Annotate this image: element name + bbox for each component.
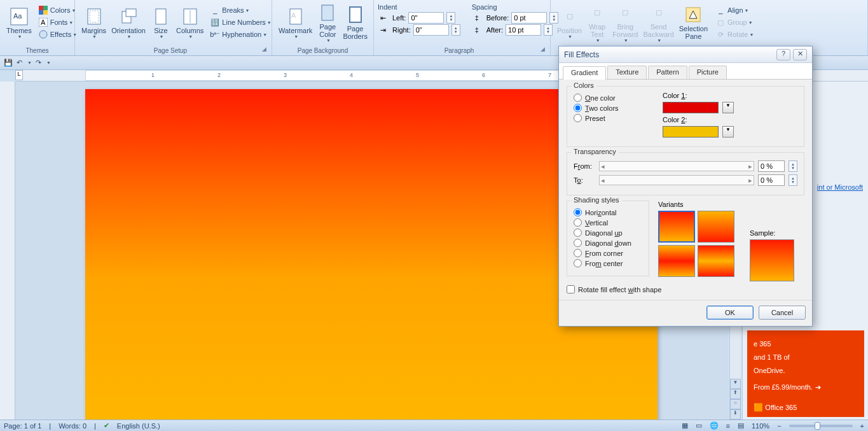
- undo-icon[interactable]: ↶: [17, 59, 22, 67]
- tab-gradient[interactable]: Gradient: [563, 66, 606, 80]
- save-icon[interactable]: 💾: [4, 59, 13, 67]
- theme-colors-button[interactable]: Colors▼: [37, 4, 78, 16]
- send-backward-button: ▢Send Backward▼: [640, 1, 676, 44]
- rotate-fill-checkbox[interactable]: Rotate fill effect with shape: [567, 285, 804, 293]
- radio-one-color[interactable]: One color: [574, 94, 652, 102]
- spinner-icon[interactable]: ▲▼: [789, 160, 797, 172]
- view-draft-icon[interactable]: ▤: [738, 421, 744, 430]
- page-color-button[interactable]: Page Color▼: [315, 1, 340, 44]
- indent-right-icon: ⇥: [378, 25, 388, 35]
- color2-dropdown-icon[interactable]: ▼: [722, 126, 734, 138]
- transparency-to-slider[interactable]: ◂▸: [599, 175, 754, 185]
- view-web-icon[interactable]: 🌐: [710, 421, 719, 430]
- spacing-before-input[interactable]: [511, 12, 547, 24]
- variant-4[interactable]: [698, 245, 734, 277]
- page-borders-button[interactable]: Page Borders: [340, 3, 370, 41]
- theme-fonts-button[interactable]: AFonts▼: [37, 17, 78, 28]
- paragraph-launcher-icon[interactable]: ◢: [541, 46, 546, 54]
- position-button: ▢Position▼: [555, 5, 584, 40]
- svg-point-8: [39, 31, 47, 38]
- radio-from-corner[interactable]: From corner: [574, 249, 642, 257]
- spinner-icon[interactable]: ▲▼: [451, 24, 460, 36]
- zoom-slider[interactable]: [789, 425, 853, 427]
- svg-rect-9: [88, 9, 100, 24]
- shading-groupbox: Shading styles Horizontal Vertical Diago…: [567, 201, 649, 276]
- dialog-tabs: Gradient Texture Pattern Picture: [559, 63, 812, 80]
- dialog-close-icon[interactable]: ✕: [793, 49, 807, 60]
- rotate-button: ⟳Rotate▼: [714, 29, 864, 40]
- radio-preset[interactable]: Preset: [574, 114, 652, 122]
- color1-dropdown-icon[interactable]: ▼: [722, 102, 734, 113]
- themes-button[interactable]: Aa Themes▼: [4, 5, 34, 40]
- sample-label: Sample:: [750, 229, 775, 237]
- tab-selector-icon[interactable]: L: [15, 70, 23, 80]
- status-language[interactable]: English (U.S.): [117, 422, 160, 430]
- columns-button[interactable]: Columns▼: [174, 5, 206, 40]
- vertical-ruler[interactable]: [0, 81, 15, 420]
- align-button[interactable]: ⎯Align▼: [714, 4, 864, 16]
- spacing-after-input[interactable]: [506, 24, 541, 36]
- zoom-out-icon[interactable]: −: [777, 422, 781, 430]
- bring-forward-button: ▢Bring Forward▼: [610, 1, 640, 44]
- svg-text:A: A: [291, 11, 296, 19]
- orientation-button[interactable]: Orientation▼: [109, 5, 148, 40]
- tab-pattern[interactable]: Pattern: [648, 66, 687, 79]
- radio-diagonal-down[interactable]: Diagonal down: [574, 239, 642, 247]
- tab-texture[interactable]: Texture: [607, 66, 647, 79]
- ok-button[interactable]: OK: [706, 306, 754, 320]
- spinner-icon[interactable]: ▲▼: [789, 174, 797, 186]
- tab-picture[interactable]: Picture: [689, 66, 727, 79]
- variant-3[interactable]: [658, 245, 695, 277]
- scroll-down-icon[interactable]: ▼: [730, 379, 741, 389]
- watermark-button[interactable]: AWatermark▼: [276, 5, 315, 40]
- theme-effects-button[interactable]: Effects▼: [37, 29, 78, 40]
- spinner-icon[interactable]: ▲▼: [446, 12, 455, 24]
- variant-2[interactable]: [698, 211, 734, 243]
- redo-icon[interactable]: ↷: [36, 59, 41, 67]
- svg-rect-18: [322, 5, 333, 20]
- office365-ad[interactable]: e 365and 1 TB ofOneDrive. From £5.99/mon…: [747, 330, 864, 417]
- zoom-level[interactable]: 110%: [752, 422, 769, 430]
- cancel-button[interactable]: Cancel: [759, 306, 806, 320]
- transparency-from-value[interactable]: 0 %: [758, 160, 785, 172]
- indent-left-icon: ⇤: [378, 13, 388, 23]
- ms-link[interactable]: int or Microsoft: [817, 183, 863, 191]
- radio-two-colors[interactable]: Two colors: [574, 104, 652, 112]
- dialog-help-icon[interactable]: ?: [776, 49, 790, 60]
- dialog-titlebar[interactable]: Fill Effects ? ✕: [559, 46, 812, 63]
- proofing-icon[interactable]: ✔: [104, 421, 109, 430]
- transparency-to-value[interactable]: 0 %: [758, 174, 785, 186]
- page-setup-launcher-icon[interactable]: ◢: [262, 46, 268, 54]
- selection-pane-button[interactable]: Selection Pane: [677, 3, 710, 41]
- indent-left-input[interactable]: [408, 12, 444, 24]
- browse-object-icon[interactable]: ○: [730, 399, 741, 409]
- fill-effects-dialog: Fill Effects ? ✕ Gradient Texture Patter…: [558, 46, 813, 327]
- zoom-in-icon[interactable]: +: [860, 422, 864, 430]
- variant-1[interactable]: [658, 211, 695, 243]
- color1-swatch[interactable]: [663, 102, 719, 113]
- hyphenation-button[interactable]: bᵃ⁻Hyphenation▼: [209, 29, 272, 40]
- qat-customize-icon[interactable]: ▼: [46, 60, 51, 65]
- radio-from-center[interactable]: From center: [574, 259, 642, 267]
- radio-diagonal-up[interactable]: Diagonal up: [574, 229, 642, 237]
- next-page-icon[interactable]: ⬇: [730, 409, 741, 420]
- svg-rect-2: [39, 6, 43, 10]
- transparency-to-label: To:: [574, 176, 595, 184]
- transparency-from-slider[interactable]: ◂▸: [599, 161, 754, 171]
- paragraph-group-label: Paragraph: [378, 46, 541, 54]
- line-numbers-button[interactable]: 🔢Line Numbers▼: [209, 17, 272, 28]
- radio-horizontal[interactable]: Horizontal: [574, 208, 642, 216]
- margins-button[interactable]: Margins▼: [79, 5, 109, 40]
- radio-vertical[interactable]: Vertical: [574, 218, 642, 227]
- size-button[interactable]: Size▼: [148, 5, 174, 40]
- status-page[interactable]: Page: 1 of 1: [4, 422, 41, 430]
- status-words[interactable]: Words: 0: [59, 422, 86, 430]
- breaks-button[interactable]: ⎯Breaks▼: [209, 4, 272, 16]
- prev-page-icon[interactable]: ⬆: [730, 389, 741, 399]
- color2-swatch[interactable]: [663, 126, 719, 138]
- indent-right-input[interactable]: [413, 24, 449, 36]
- view-outline-icon[interactable]: ≡: [726, 422, 730, 430]
- view-fullscreen-icon[interactable]: ▭: [696, 421, 702, 430]
- status-bar: Page: 1 of 1 | Words: 0 | ✔ English (U.S…: [0, 420, 868, 431]
- view-print-layout-icon[interactable]: ▦: [682, 421, 688, 430]
